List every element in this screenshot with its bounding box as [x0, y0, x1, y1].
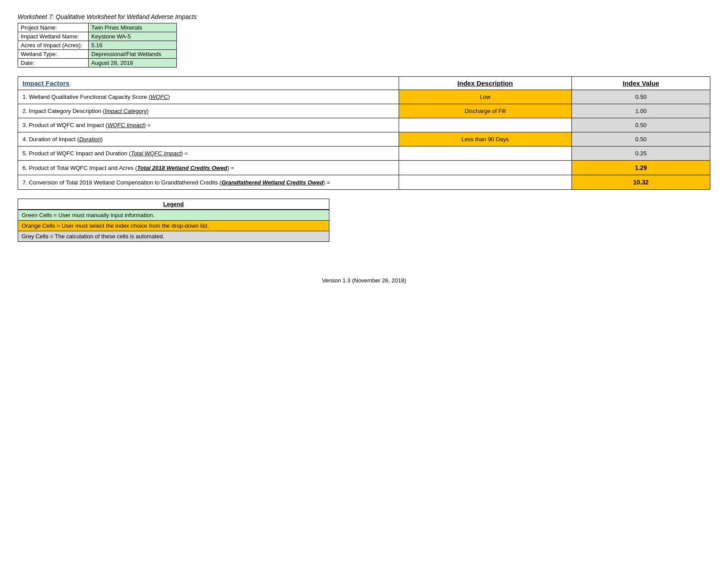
acres-label: Acres of Impact (Acres): [18, 41, 89, 50]
factor-cell: 6. Product of Total WQFC Impact and Acre… [18, 161, 399, 175]
table-row: 6. Product of Total WQFC Impact and Acre… [18, 161, 710, 175]
index-desc-cell [399, 161, 572, 175]
info-row-date: Date: August 28, 2018 [18, 59, 177, 68]
factor-cell: 2. Impact Category Description (Impact C… [18, 104, 399, 118]
acres-value: 5.16 [89, 41, 177, 50]
legend-items-table: Green Cells = User must manually input i… [18, 210, 329, 242]
info-row-acres: Acres of Impact (Acres): 5.16 [18, 41, 177, 50]
info-row-wetland: Impact Wetland Name: Keystone WA-5 [18, 32, 177, 41]
table-row: 3. Product of WQFC and Impact (WQFC Impa… [18, 118, 710, 132]
table-row: 1. Wetland Qualitative Functional Capaci… [18, 90, 710, 104]
info-row-wetland-type: Wetland Type: Depressional/Flat Wetlands [18, 50, 177, 59]
index-description-header: Index Description [399, 77, 572, 90]
index-value-cell: 0.50 [572, 118, 710, 132]
wetland-type-value: Depressional/Flat Wetlands [89, 50, 177, 59]
index-desc-cell [399, 118, 572, 132]
legend-table: Legend [18, 199, 329, 210]
impact-wetland-label: Impact Wetland Name: [18, 32, 89, 41]
legend-item: Green Cells = User must manually input i… [18, 210, 329, 221]
legend-item-text: Orange Cells = User must select the inde… [18, 221, 329, 231]
main-table-header-row: Impact Factors Index Description Index V… [18, 77, 710, 90]
index-desc-cell [399, 175, 572, 190]
legend-item: Grey Cells = The calculation of these ce… [18, 231, 329, 242]
legend-item: Orange Cells = User must select the inde… [18, 221, 329, 231]
legend-item-text: Green Cells = User must manually input i… [18, 210, 329, 221]
factor-cell: 5. Product of WQFC Impact and Duration (… [18, 147, 399, 161]
factor-cell: 3. Product of WQFC and Impact (WQFC Impa… [18, 118, 399, 132]
index-desc-cell [399, 147, 572, 161]
impact-wetland-value: Keystone WA-5 [89, 32, 177, 41]
impact-factors-header: Impact Factors [18, 77, 399, 90]
legend-title: Legend [18, 199, 329, 210]
index-value-cell: 1.00 [572, 104, 710, 118]
factor-cell: 7. Conversion of Total 2018 Wetland Comp… [18, 175, 399, 190]
table-row: 7. Conversion of Total 2018 Wetland Comp… [18, 175, 710, 190]
factor-cell: 4. Duration of Impact (Duration) [18, 132, 399, 147]
legend-title-row: Legend [18, 199, 329, 210]
index-desc-cell: Low [399, 90, 572, 104]
table-row: 5. Product of WQFC Impact and Duration (… [18, 147, 710, 161]
index-desc-cell: Discharge of Fill [399, 104, 572, 118]
info-table: Project Name: Twin Pines Minerals Impact… [18, 23, 177, 68]
index-value-cell: 10.32 [572, 175, 710, 190]
footer: Version 1.3 (November 26, 2018) [18, 277, 710, 284]
legend-item-text: Grey Cells = The calculation of these ce… [18, 231, 329, 242]
wetland-type-label: Wetland Type: [18, 50, 89, 59]
date-label: Date: [18, 59, 89, 68]
index-value-cell: 0.25 [572, 147, 710, 161]
index-value-cell: 0.50 [572, 90, 710, 104]
factor-cell: 1. Wetland Qualitative Functional Capaci… [18, 90, 399, 104]
project-name-label: Project Name: [18, 23, 89, 32]
main-table: Impact Factors Index Description Index V… [18, 76, 710, 190]
worksheet-title: Worksheet 7: Qualitative Worksheet for W… [18, 13, 710, 20]
index-value-header: Index Value [572, 77, 710, 90]
project-name-value: Twin Pines Minerals [89, 23, 177, 32]
info-row-project: Project Name: Twin Pines Minerals [18, 23, 177, 32]
table-row: 2. Impact Category Description (Impact C… [18, 104, 710, 118]
date-value: August 28, 2018 [89, 59, 177, 68]
index-value-cell: 0.50 [572, 132, 710, 147]
index-desc-cell: Less than 90 Days [399, 132, 572, 147]
table-row: 4. Duration of Impact (Duration)Less tha… [18, 132, 710, 147]
index-value-cell: 1.29 [572, 161, 710, 175]
